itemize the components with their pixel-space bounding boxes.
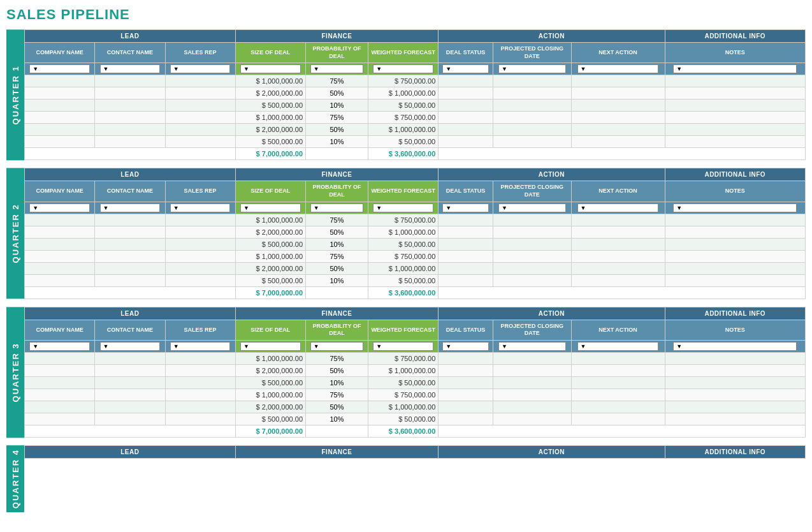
filter-nextaction-q2[interactable]: ▼ xyxy=(571,202,665,214)
notes-cell xyxy=(665,274,806,286)
company-cell xyxy=(25,226,95,238)
size-cell: $ 500,000.00 xyxy=(235,274,305,286)
dealstatus-cell xyxy=(439,238,493,250)
prob-cell: 10% xyxy=(306,136,368,148)
total-size-q3: $ 7,000,000.00 xyxy=(235,425,305,438)
total-weighted-q3: $ 3,600,000.00 xyxy=(368,425,439,438)
filter-projected-q3[interactable]: ▼ xyxy=(493,341,572,353)
filter-notes-q1[interactable]: ▼ xyxy=(665,63,806,75)
weighted-cell: $ 50,000.00 xyxy=(368,377,439,389)
company-cell xyxy=(25,274,95,286)
filter-prob-q1[interactable]: ▼ xyxy=(306,63,368,75)
filter-salesrep-q1[interactable]: ▼ xyxy=(165,63,235,75)
filter-weighted-q2[interactable]: ▼ xyxy=(368,202,439,214)
table-row: $ 500,000.00 10% $ 50,000.00 xyxy=(25,413,806,425)
filter-size-q3[interactable]: ▼ xyxy=(235,341,305,353)
size-of-deal-col-q3: SIZE OF DEAL xyxy=(235,320,305,340)
contact-cell xyxy=(95,377,165,389)
company-cell xyxy=(25,377,95,389)
filter-size-q1[interactable]: ▼ xyxy=(235,63,305,75)
notes-cell xyxy=(665,238,806,250)
filter-contact-q2[interactable]: ▼ xyxy=(95,202,165,214)
projected-cell xyxy=(493,274,572,286)
filter-nextaction-q3[interactable]: ▼ xyxy=(571,341,665,353)
projected-cell xyxy=(493,353,572,365)
size-cell: $ 1,000,000.00 xyxy=(235,75,305,87)
deal-status-col-q1: DEAL STATUS xyxy=(439,43,493,63)
salesrep-cell xyxy=(165,214,235,226)
filter-dealstatus-q3[interactable]: ▼ xyxy=(439,341,493,353)
table-row: $ 1,000,000.00 75% $ 750,000.00 xyxy=(25,112,806,124)
nextaction-cell xyxy=(571,365,665,377)
company-cell xyxy=(25,112,95,124)
dealstatus-cell xyxy=(439,262,493,274)
filter-contact-q3[interactable]: ▼ xyxy=(95,341,165,353)
weighted-cell: $ 50,000.00 xyxy=(368,136,439,148)
notes-cell xyxy=(665,226,806,238)
filter-contact-q1[interactable]: ▼ xyxy=(95,63,165,75)
prob-cell: 75% xyxy=(306,250,368,262)
finance-header-q3: FINANCE xyxy=(235,307,439,320)
prob-cell: 75% xyxy=(306,75,368,87)
table-row: $ 1,000,000.00 75% $ 750,000.00 xyxy=(25,389,806,401)
filter-projected-q1[interactable]: ▼ xyxy=(493,63,572,75)
filter-company-q3[interactable]: ▼ xyxy=(25,341,95,353)
finance-header-q2: FINANCE xyxy=(235,168,439,181)
weighted-cell: $ 1,000,000.00 xyxy=(368,124,439,136)
contact-cell xyxy=(95,112,165,124)
contact-cell xyxy=(95,274,165,286)
filter-notes-q3[interactable]: ▼ xyxy=(665,341,806,353)
notes-cell xyxy=(665,401,806,413)
filter-salesrep-q3[interactable]: ▼ xyxy=(165,341,235,353)
filter-weighted-q1[interactable]: ▼ xyxy=(368,63,439,75)
size-cell: $ 500,000.00 xyxy=(235,238,305,250)
salesrep-cell xyxy=(165,250,235,262)
size-cell: $ 2,000,000.00 xyxy=(235,124,305,136)
notes-cell xyxy=(665,214,806,226)
filter-nextaction-q1[interactable]: ▼ xyxy=(571,63,665,75)
filter-size-q2[interactable]: ▼ xyxy=(235,202,305,214)
quarter3-label: QUARTER 3 xyxy=(6,307,24,438)
nextaction-cell xyxy=(571,238,665,250)
total-weighted-q2: $ 3,600,000.00 xyxy=(368,286,439,299)
dealstatus-cell xyxy=(439,226,493,238)
filter-prob-q2[interactable]: ▼ xyxy=(306,202,368,214)
action-header-q3: ACTION xyxy=(439,307,665,320)
filter-company-q2[interactable]: ▼ xyxy=(25,202,95,214)
prob-cell: 10% xyxy=(306,377,368,389)
notes-cell xyxy=(665,124,806,136)
contact-cell xyxy=(95,365,165,377)
filter-dealstatus-q1[interactable]: ▼ xyxy=(439,63,493,75)
weighted-cell: $ 1,000,000.00 xyxy=(368,87,439,100)
filter-dealstatus-q2[interactable]: ▼ xyxy=(439,202,493,214)
filter-company-q1[interactable]: ▼ xyxy=(25,63,95,75)
filter-salesrep-q2[interactable]: ▼ xyxy=(165,202,235,214)
table-row: $ 1,000,000.00 75% $ 750,000.00 xyxy=(25,250,806,262)
nextaction-cell xyxy=(571,262,665,274)
dealstatus-cell xyxy=(439,365,493,377)
salesrep-cell xyxy=(165,87,235,100)
finance-group-header: FINANCE xyxy=(235,446,439,459)
filter-projected-q2[interactable]: ▼ xyxy=(493,202,572,214)
size-cell: $ 2,000,000.00 xyxy=(235,226,305,238)
company-cell xyxy=(25,75,95,87)
quarter1-block: QUARTER 1 xyxy=(6,29,806,160)
deal-status-col-q3: DEAL STATUS xyxy=(439,320,493,340)
notes-cell xyxy=(665,250,806,262)
total-label-q1 xyxy=(25,148,236,160)
weighted-cell: $ 1,000,000.00 xyxy=(368,262,439,274)
notes-cell xyxy=(665,262,806,274)
dealstatus-cell xyxy=(439,124,493,136)
quarter3-block: QUARTER 3 xyxy=(6,307,806,438)
contact-cell xyxy=(95,136,165,148)
total-weighted-q1: $ 3,600,000.00 xyxy=(368,148,439,160)
filter-notes-q2[interactable]: ▼ xyxy=(665,202,806,214)
filter-prob-q3[interactable]: ▼ xyxy=(306,341,368,353)
table-row: $ 2,000,000.00 50% $ 1,000,000.00 xyxy=(25,226,806,238)
table-row: $ 2,000,000.00 50% $ 1,000,000.00 xyxy=(25,365,806,377)
company-cell xyxy=(25,124,95,136)
projected-cell xyxy=(493,75,572,87)
filter-weighted-q3[interactable]: ▼ xyxy=(368,341,439,353)
company-cell xyxy=(25,214,95,226)
prob-cell: 50% xyxy=(306,365,368,377)
